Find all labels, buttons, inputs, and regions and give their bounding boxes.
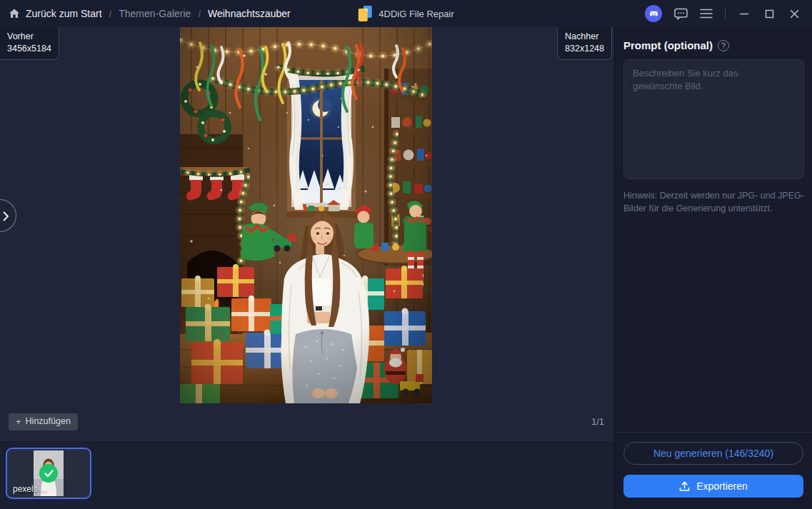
- feedback-chat-icon[interactable]: [674, 8, 688, 20]
- thumbnail-filename: pexels-...: [13, 484, 48, 494]
- add-file-label: Hinzufügen: [26, 416, 71, 426]
- discord-icon[interactable]: [645, 5, 662, 22]
- result-image: [180, 27, 432, 403]
- prompt-title: Prompt (optional): [623, 39, 713, 51]
- before-size: 3456x5184: [7, 43, 51, 55]
- thumbnail-card[interactable]: pexels-...: [6, 448, 91, 499]
- file-counter: 1/1: [591, 416, 606, 427]
- minimize-button[interactable]: [738, 7, 751, 20]
- add-file-button[interactable]: + Hinzufügen: [9, 413, 78, 430]
- close-button[interactable]: [788, 7, 801, 20]
- breadcrumb-separator: /: [108, 9, 114, 19]
- upload-icon: [679, 481, 690, 492]
- prompt-panel: Prompt (optional) ? Hinweis: Derzeit wer…: [614, 27, 812, 509]
- titlebar-controls: [645, 5, 812, 22]
- action-area: Neu generieren (146/3240) Exportieren: [615, 432, 812, 509]
- selected-check-icon: [39, 464, 58, 483]
- app-title: 4DDiG File Repair: [379, 9, 453, 19]
- breadcrumb-gallery[interactable]: Themen-Galerie: [119, 8, 191, 19]
- file-toolbar: + Hinzufügen 1/1: [0, 403, 614, 440]
- after-size: 832x1248: [565, 43, 604, 55]
- breadcrumb: Zurück zum Start / Themen-Galerie / Weih…: [0, 8, 291, 19]
- menu-icon[interactable]: [700, 9, 713, 19]
- sidebar-expander-button[interactable]: [0, 199, 16, 232]
- christmas-scene: [180, 27, 432, 403]
- export-label: Exportieren: [696, 480, 748, 492]
- before-size-badge: Vorher 3456x5184: [0, 27, 59, 60]
- app-identity: 4DDiG File Repair: [358, 6, 453, 21]
- export-button[interactable]: Exportieren: [623, 475, 803, 498]
- breadcrumb-separator: /: [196, 9, 202, 19]
- preview-area: Vorher 3456x5184 Nachher 832x1248 + Hinz…: [0, 27, 614, 509]
- maximize-button[interactable]: [763, 7, 776, 20]
- format-hint: Hinweis: Derzeit werden nur JPG- und JPE…: [623, 189, 804, 215]
- home-icon[interactable]: [9, 8, 20, 19]
- breadcrumb-current: Weihnachtszauber: [208, 8, 291, 19]
- filmstrip: pexels-...: [0, 440, 614, 509]
- titlebar-divider: [725, 8, 726, 19]
- app-window: Zurück zum Start / Themen-Galerie / Weih…: [0, 0, 812, 509]
- after-size-badge: Nachher 832x1248: [557, 27, 612, 60]
- help-icon[interactable]: ?: [718, 40, 729, 51]
- before-label: Vorher: [7, 31, 51, 43]
- title-bar: Zurück zum Start / Themen-Galerie / Weih…: [0, 0, 812, 27]
- app-logo-icon: [358, 6, 372, 21]
- chevron-right-icon: [3, 211, 9, 221]
- regenerate-button[interactable]: Neu generieren (146/3240): [623, 442, 803, 465]
- prompt-input[interactable]: [623, 59, 804, 179]
- image-stage: Vorher 3456x5184 Nachher 832x1248: [0, 27, 614, 403]
- plus-icon: +: [16, 416, 21, 427]
- breadcrumb-back[interactable]: Zurück zum Start: [26, 8, 102, 19]
- after-label: Nachher: [565, 31, 604, 43]
